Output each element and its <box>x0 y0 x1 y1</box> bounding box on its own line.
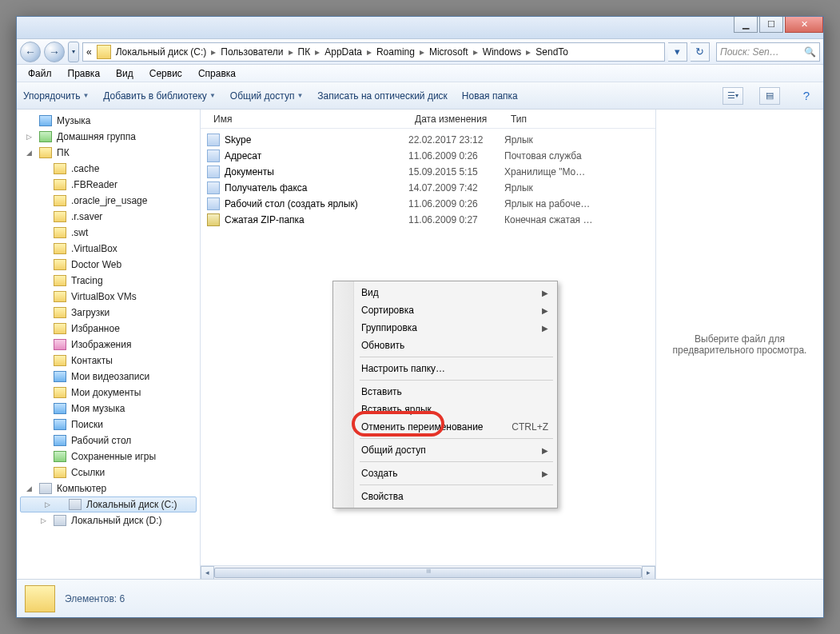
ctx-paste[interactable]: Вставить <box>336 383 555 401</box>
sidebar-item-17[interactable]: Мои документы <box>17 385 200 401</box>
sidebar-item-14[interactable]: Изображения <box>17 337 200 353</box>
file-row[interactable]: Документы15.09.2015 5:15Хранилище "Мо… <box>201 164 655 180</box>
crumb-6[interactable]: Windows <box>481 46 524 58</box>
sidebar-item-label: Компьютер <box>57 483 106 494</box>
organize-button[interactable]: Упорядочить▼ <box>23 90 89 102</box>
history-dropdown[interactable]: ▾ <box>68 42 79 62</box>
sidebar-item-19[interactable]: Поиски <box>17 417 200 433</box>
ctx-share[interactable]: Общий доступ▶ <box>336 441 555 459</box>
sidebar-item-1[interactable]: ▷Домашняя группа <box>17 129 200 145</box>
menu-help[interactable]: Справка <box>192 66 242 81</box>
ctx-view[interactable]: Вид▶ <box>336 284 555 301</box>
sidebar-item-15[interactable]: Контакты <box>17 353 200 369</box>
scroll-left-button[interactable]: ◂ <box>201 566 214 580</box>
expander-icon[interactable]: ▷ <box>45 500 50 508</box>
sidebar-item-8[interactable]: .VirtualBox <box>17 241 200 257</box>
sidebar-item-23[interactable]: ◢Компьютер <box>17 480 200 496</box>
sidebar-item-3[interactable]: .cache <box>17 161 200 177</box>
sidebar-item-24[interactable]: ▷Локальный диск (C:) <box>20 496 197 512</box>
minimize-button[interactable] <box>734 17 758 33</box>
sidebar-item-label: .VirtualBox <box>71 243 117 254</box>
file-icon <box>207 213 220 226</box>
ctx-create[interactable]: Создать▶ <box>336 465 555 482</box>
expander-icon[interactable]: ◢ <box>26 484 32 492</box>
burn-button[interactable]: Записать на оптический диск <box>317 90 448 102</box>
crumb-3[interactable]: AppData <box>323 46 364 58</box>
sidebar-item-25[interactable]: ▷Локальный диск (D:) <box>17 512 200 528</box>
forward-button[interactable]: → <box>44 42 65 62</box>
crumb-0[interactable]: Локальный диск (C:) <box>114 46 209 58</box>
file-row[interactable]: Рабочий стол (создать ярлык)11.06.2009 0… <box>201 196 655 212</box>
sidebar-item-4[interactable]: .FBReader <box>17 177 200 193</box>
crumb-7[interactable]: SendTo <box>534 46 570 58</box>
sidebar-item-2[interactable]: ◢ПК <box>17 145 200 161</box>
sidebar-item-16[interactable]: Мои видеозаписи <box>17 369 200 385</box>
refresh-button[interactable]: ↻ <box>691 42 710 62</box>
ctx-paste-shortcut[interactable]: Вставить ярлык <box>336 401 555 418</box>
column-headers: Имя Дата изменения Тип <box>201 110 655 129</box>
crumb-2[interactable]: ПК <box>297 46 313 58</box>
ctx-undo[interactable]: Отменить переименованиеCTRL+Z <box>336 418 555 436</box>
file-row[interactable]: Skype22.02.2017 23:12Ярлык <box>201 132 655 148</box>
new-folder-button[interactable]: Новая папка <box>462 90 518 102</box>
sidebar-item-0[interactable]: Музыка <box>17 113 200 129</box>
col-type[interactable]: Тип <box>504 114 608 125</box>
horizontal-scrollbar[interactable]: ◂ ▸ <box>201 565 655 579</box>
col-name[interactable]: Имя <box>207 114 408 125</box>
sidebar-item-5[interactable]: .oracle_jre_usage <box>17 193 200 209</box>
expander-icon[interactable]: ▷ <box>26 133 32 141</box>
sidebar-item-11[interactable]: VirtualBox VMs <box>17 289 200 305</box>
menu-view[interactable]: Вид <box>109 66 140 81</box>
crumb-5[interactable]: Microsoft <box>428 46 470 58</box>
scroll-thumb[interactable] <box>214 568 642 578</box>
crumb-4[interactable]: Roaming <box>375 46 416 58</box>
ctx-customize[interactable]: Настроить папку… <box>336 360 555 377</box>
breadcrumb-dropdown[interactable]: ▾ <box>668 42 687 62</box>
folder-icon <box>54 259 66 270</box>
ctx-group[interactable]: Группировка▶ <box>336 319 555 337</box>
file-row[interactable]: Сжатая ZIP-папка11.06.2009 0:27Конечная … <box>201 212 655 228</box>
file-row[interactable]: Адресат11.06.2009 0:26Почтовая служба <box>201 148 655 164</box>
share-button[interactable]: Общий доступ▼ <box>230 90 304 102</box>
cell-name: Получатель факса <box>225 182 408 193</box>
ctx-properties[interactable]: Свойства <box>336 488 555 505</box>
preview-pane-button[interactable]: ▤ <box>759 87 780 105</box>
help-button[interactable]: ? <box>796 87 817 105</box>
sidebar-item-21[interactable]: Сохраненные игры <box>17 449 200 465</box>
ctx-refresh[interactable]: Обновить <box>336 337 555 354</box>
sidebar-item-label: Мои документы <box>71 387 141 398</box>
sidebar-item-12[interactable]: Загрузки <box>17 305 200 321</box>
expander-icon[interactable]: ◢ <box>26 149 32 157</box>
search-input[interactable]: Поиск: Sen… 🔍 <box>716 42 820 62</box>
sidebar-item-22[interactable]: Ссылки <box>17 465 200 480</box>
scroll-right-button[interactable]: ▸ <box>642 566 655 580</box>
back-button[interactable]: ← <box>20 42 41 62</box>
breadcrumb-chevrons[interactable]: « <box>85 46 94 58</box>
expander-icon[interactable]: ▷ <box>41 516 46 524</box>
close-button[interactable] <box>785 17 823 33</box>
menu-file[interactable]: Файл <box>22 66 58 81</box>
file-row[interactable]: Получатель факса14.07.2009 7:42Ярлык <box>201 180 655 196</box>
col-date[interactable]: Дата изменения <box>408 114 504 125</box>
view-mode-button[interactable]: ☰ ▾ <box>723 87 743 105</box>
sidebar-item-13[interactable]: Избранное <box>17 321 200 337</box>
file-icon <box>207 197 220 210</box>
sidebar-item-6[interactable]: .r.saver <box>17 209 200 225</box>
maximize-button[interactable] <box>759 17 783 33</box>
sidebar-item-7[interactable]: .swt <box>17 225 200 241</box>
ctx-sort[interactable]: Сортировка▶ <box>336 301 555 319</box>
menu-edit[interactable]: Правка <box>62 66 107 81</box>
sidebar-item-18[interactable]: Моя музыка <box>17 401 200 417</box>
submenu-arrow-icon: ▶ <box>542 446 548 455</box>
sidebar-item-10[interactable]: Tracing <box>17 273 200 289</box>
search-placeholder: Поиск: Sen… <box>720 46 779 58</box>
crumb-1[interactable]: Пользователи <box>219 46 285 58</box>
menu-tools[interactable]: Сервис <box>143 66 189 81</box>
submenu-arrow-icon: ▶ <box>542 306 548 315</box>
context-menu: Вид▶ Сортировка▶ Группировка▶ Обновить Н… <box>332 281 558 508</box>
sidebar-item-9[interactable]: Doctor Web <box>17 257 200 273</box>
breadcrumb[interactable]: « Локальный диск (C:)▸ Пользователи▸ ПК▸… <box>82 42 665 62</box>
search-icon[interactable]: 🔍 <box>804 46 816 58</box>
sidebar-item-20[interactable]: Рабочий стол <box>17 433 200 449</box>
add-to-library-button[interactable]: Добавить в библиотеку▼ <box>103 90 215 102</box>
